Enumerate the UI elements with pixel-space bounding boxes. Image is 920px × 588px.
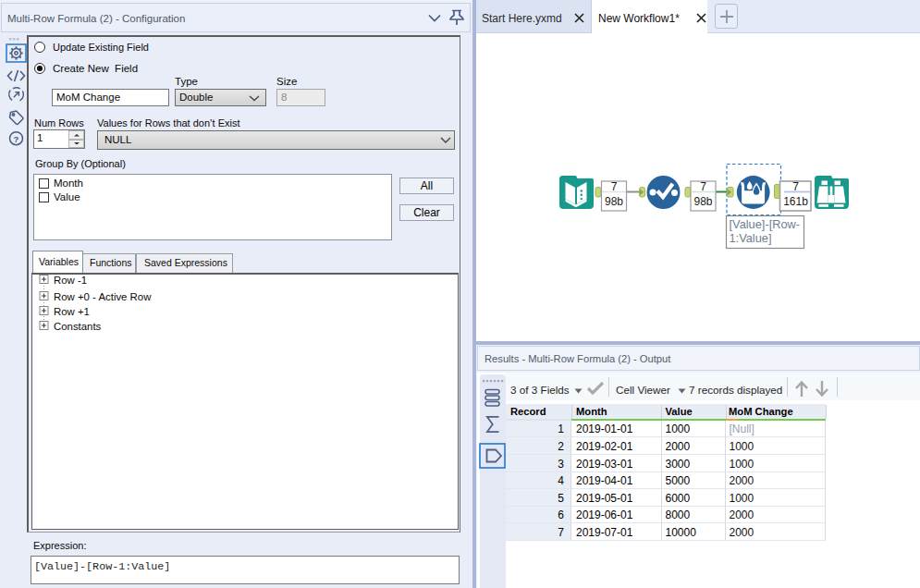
svg-text:98b: 98b — [605, 195, 623, 208]
svg-text:1:Value]: 1:Value] — [730, 231, 772, 245]
svg-text:98b: 98b — [693, 195, 712, 208]
svg-text:7: 7 — [792, 180, 799, 193]
svg-text:?: ? — [14, 134, 19, 144]
svg-text:7: 7 — [611, 180, 618, 193]
svg-text:7: 7 — [700, 180, 706, 193]
svg-text:[Value]-[Row-: [Value]-[Row- — [730, 217, 801, 231]
svg-text:161b: 161b — [783, 195, 808, 208]
